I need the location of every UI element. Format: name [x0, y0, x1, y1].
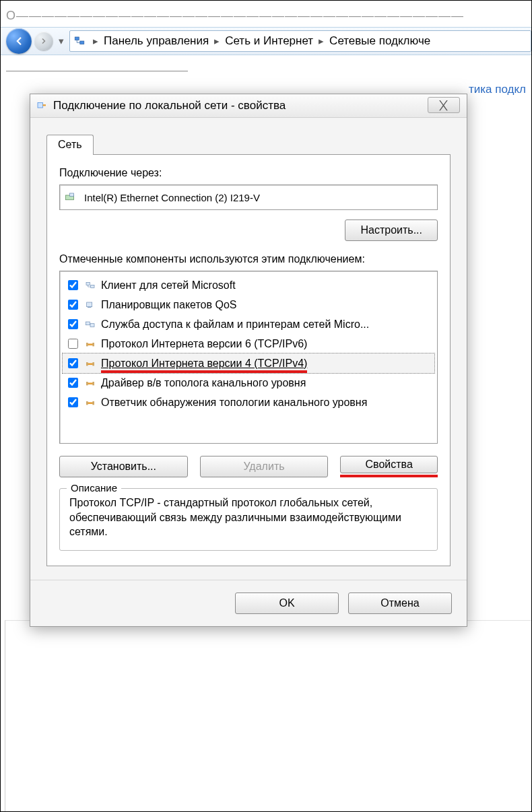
- component-item[interactable]: Протокол Интернета версии 6 (TCP/IPv6): [63, 334, 434, 353]
- properties-button[interactable]: Свойства: [340, 456, 438, 473]
- background-text: ———————————————: [1, 55, 531, 83]
- nav-back-button[interactable]: [6, 28, 32, 54]
- svg-rect-17: [88, 382, 93, 384]
- svg-rect-14: [88, 363, 93, 365]
- chevron-right-icon: ▸: [319, 35, 324, 47]
- cancel-button[interactable]: Отмена: [348, 593, 452, 614]
- component-item[interactable]: Клиент для сетей Microsoft: [63, 275, 434, 295]
- breadcrumb-item[interactable]: Панель управления: [102, 34, 210, 48]
- explorer-address-bar: ▾ ▸ Панель управления ▸ Сеть и Интернет …: [1, 27, 531, 55]
- dialog-titlebar[interactable]: Подключение по локальной сети - свойства…: [30, 94, 467, 118]
- chevron-right-icon: ▸: [93, 35, 98, 47]
- svg-rect-16: [92, 362, 94, 366]
- components-label: Отмеченные компоненты используются этим …: [59, 253, 438, 265]
- svg-rect-18: [86, 382, 88, 385]
- component-checkbox[interactable]: [68, 319, 78, 329]
- component-icon: [84, 377, 97, 389]
- breadcrumb-bar[interactable]: ▸ Панель управления ▸ Сеть и Интернет ▸ …: [69, 30, 531, 52]
- svg-rect-12: [86, 343, 88, 346]
- install-button[interactable]: Установить...: [59, 456, 188, 477]
- nav-history-dropdown-icon[interactable]: ▾: [59, 35, 64, 47]
- tab-pane-network: Подключение через: Intel(R) Ethernet Con…: [46, 154, 451, 566]
- svg-rect-11: [88, 343, 93, 345]
- component-icon: [84, 397, 97, 409]
- svg-rect-8: [88, 306, 91, 307]
- component-checkbox[interactable]: [68, 358, 78, 368]
- nic-icon: [64, 191, 77, 204]
- svg-rect-5: [86, 282, 90, 285]
- svg-rect-22: [92, 401, 94, 405]
- component-checkbox[interactable]: [68, 397, 78, 407]
- breadcrumb-item[interactable]: Сетевые подключе: [328, 34, 432, 48]
- adapter-icon: [36, 100, 48, 112]
- svg-rect-1: [80, 41, 84, 44]
- description-group: Описание Протокол TCP/IP - стандартный п…: [59, 488, 438, 551]
- svg-rect-2: [38, 103, 43, 108]
- component-item[interactable]: Планировщик пакетов QoS: [63, 295, 434, 314]
- svg-rect-10: [90, 323, 94, 327]
- network-icon: [73, 34, 86, 48]
- svg-rect-20: [88, 402, 93, 404]
- components-list[interactable]: Клиент для сетей MicrosoftПланировщик па…: [59, 271, 438, 444]
- uninstall-button: Удалить: [200, 456, 329, 477]
- background-pane: [5, 620, 531, 811]
- dialog-title: Подключение по локальной сети - свойства: [53, 99, 286, 112]
- configure-button[interactable]: Настроить...: [345, 219, 438, 241]
- annotation-underline: [340, 475, 438, 477]
- component-buttons-row: Установить... Удалить Свойства: [59, 456, 438, 477]
- component-checkbox[interactable]: [68, 378, 78, 388]
- background-link-text: тика подкл: [469, 83, 526, 96]
- component-item[interactable]: Драйвер в/в тополога канального уровня: [63, 373, 434, 393]
- component-icon: [84, 318, 97, 331]
- svg-rect-19: [92, 382, 94, 385]
- component-checkbox[interactable]: [68, 339, 78, 349]
- component-checkbox[interactable]: [68, 280, 78, 290]
- adapter-name: Intel(R) Ethernet Connection (2) I219-V: [84, 192, 260, 203]
- description-group-label: Описание: [67, 482, 121, 494]
- component-icon: [84, 279, 97, 292]
- ok-button[interactable]: OK: [235, 593, 339, 614]
- svg-rect-4: [70, 193, 74, 197]
- svg-rect-13: [92, 343, 94, 346]
- background-text: О———————————————————————————————————: [1, 1, 531, 27]
- component-item[interactable]: Служба доступа к файлам и принтерам сете…: [63, 314, 434, 334]
- component-checkbox[interactable]: [68, 300, 78, 310]
- svg-rect-21: [86, 401, 88, 405]
- component-item[interactable]: Ответчик обнаружения топологии канальног…: [63, 393, 434, 412]
- tab-network[interactable]: Сеть: [46, 135, 94, 155]
- connection-properties-dialog: Подключение по локальной сети - свойства…: [30, 94, 467, 627]
- chevron-right-icon: ▸: [214, 35, 220, 47]
- close-button[interactable]: ╳: [428, 97, 460, 113]
- svg-rect-9: [86, 322, 90, 325]
- svg-rect-0: [75, 37, 79, 40]
- description-text: Протокол TCP/IP - стандартный протокол г…: [69, 496, 428, 539]
- dialog-footer: OK Отмена: [30, 580, 467, 626]
- component-icon: [84, 338, 97, 350]
- component-icon: [84, 358, 97, 370]
- svg-rect-6: [91, 285, 94, 287]
- adapter-field: Intel(R) Ethernet Connection (2) I219-V: [59, 184, 438, 210]
- component-item[interactable]: Протокол Интернета версии 4 (TCP/IPv4): [62, 353, 435, 374]
- tab-strip: Сеть: [46, 133, 451, 154]
- svg-rect-7: [87, 302, 92, 307]
- breadcrumb-item[interactable]: Сеть и Интернет: [224, 34, 314, 48]
- svg-rect-15: [86, 362, 88, 366]
- nav-forward-button[interactable]: [34, 32, 53, 50]
- connect-using-label: Подключение через:: [59, 167, 438, 179]
- component-icon: [84, 299, 97, 311]
